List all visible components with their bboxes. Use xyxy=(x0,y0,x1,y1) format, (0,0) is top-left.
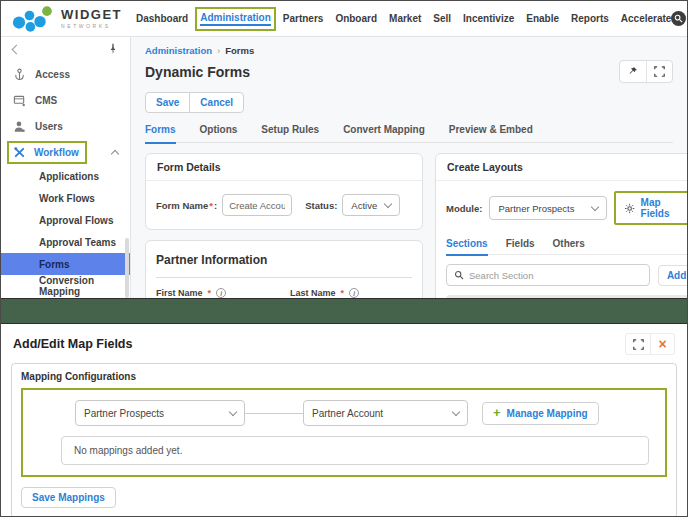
top-navigation-bar: WIDGET NETWORKS Dashboard Administration… xyxy=(1,1,687,37)
plus-icon: + xyxy=(493,408,501,418)
status-value: Active xyxy=(351,200,377,211)
workflow-icon xyxy=(13,146,26,159)
sidebar-item-approval-flows[interactable]: Approval Flows xyxy=(1,209,130,231)
empty-mappings-message: No mappings added yet. xyxy=(61,436,649,465)
sidebar-item-users[interactable]: Users xyxy=(1,113,130,139)
access-icon xyxy=(13,68,26,81)
nav-market[interactable]: Market xyxy=(389,13,421,24)
nav-sell[interactable]: Sell xyxy=(433,13,451,24)
nav-administration[interactable]: Administration xyxy=(200,12,271,26)
chevron-down-icon xyxy=(229,408,237,416)
nav-reports[interactable]: Reports xyxy=(571,13,609,24)
sidebar-scrollbar[interactable] xyxy=(125,238,129,298)
section-search-box xyxy=(446,264,650,286)
tab-preview-embed[interactable]: Preview & Embed xyxy=(449,124,533,142)
create-layouts-card: Create Layouts Module: Partner Prospects… xyxy=(435,153,687,298)
sidebar-item-applications[interactable]: Applications xyxy=(1,165,130,187)
sidebar-item-label: Access xyxy=(35,69,70,80)
sidebar-item-cms[interactable]: CMS xyxy=(1,87,130,113)
source-module-value: Partner Prospects xyxy=(84,408,164,419)
gear-icon xyxy=(624,202,635,215)
sidebar-item-conversion-mapping[interactable]: Conversion Mapping xyxy=(1,275,130,297)
module-select[interactable]: Partner Prospects xyxy=(489,196,607,220)
nav-incentivize[interactable]: Incentivize xyxy=(463,13,514,24)
pin-page-icon[interactable] xyxy=(620,61,646,82)
status-select[interactable]: Active xyxy=(342,194,400,216)
mapping-connector-line xyxy=(245,413,303,414)
modal-title: Add/Edit Map Fields xyxy=(13,337,132,351)
map-fields-label: Map Fields xyxy=(641,197,686,219)
overlay-band xyxy=(1,298,687,324)
partner-information-card: Partner Information First Name*i Last Na… xyxy=(145,240,423,298)
sidebar-item-access[interactable]: Access xyxy=(1,61,130,87)
nav-partners[interactable]: Partners xyxy=(283,13,324,24)
chevron-up-icon xyxy=(111,149,119,157)
tab-sections[interactable]: Sections xyxy=(446,238,488,254)
content-row: Access CMS Users Workflow Applications W… xyxy=(1,37,687,298)
status-label: Status: xyxy=(305,200,337,211)
save-mappings-button[interactable]: Save Mappings xyxy=(21,487,116,508)
chevron-down-icon xyxy=(384,200,392,208)
page-action-group xyxy=(619,60,673,83)
breadcrumb-administration[interactable]: Administration xyxy=(145,45,212,56)
map-fields-button[interactable]: Map Fields xyxy=(614,191,687,225)
first-name-label: First Name*i xyxy=(156,288,278,298)
nav-dashboard[interactable]: Dashboard xyxy=(136,13,188,24)
sidebar-item-label: CMS xyxy=(35,95,57,106)
fullscreen-icon[interactable] xyxy=(646,61,672,82)
mapping-annotation-highlight: Partner Prospects Partner Account + Mana… xyxy=(21,388,667,477)
form-details-title: Form Details xyxy=(146,154,422,181)
modal-fullscreen-icon[interactable] xyxy=(626,334,650,354)
chevron-down-icon xyxy=(452,408,460,416)
manage-mapping-button[interactable]: + Manage Mapping xyxy=(482,402,599,425)
partner-information-title: Partner Information xyxy=(156,253,412,267)
sidebar-item-work-flows[interactable]: Work Flows xyxy=(1,187,130,209)
cms-icon xyxy=(13,94,26,107)
nav-accelerate[interactable]: Accelerate xyxy=(621,13,672,24)
save-button[interactable]: Save xyxy=(145,92,190,113)
sidebar-header xyxy=(1,37,130,61)
manage-mapping-label: Manage Mapping xyxy=(507,408,588,419)
users-icon xyxy=(13,120,26,133)
brand-subtitle: NETWORKS xyxy=(61,23,122,29)
sidebar-item-approval-teams[interactable]: Approval Teams xyxy=(1,231,130,253)
form-name-input[interactable] xyxy=(222,194,292,216)
chevron-down-icon xyxy=(591,203,599,211)
target-module-select[interactable]: Partner Account xyxy=(303,400,468,426)
breadcrumb-separator: › xyxy=(217,45,220,56)
breadcrumb: Administration › Forms xyxy=(145,45,673,56)
last-name-label: Last Name*i xyxy=(290,288,412,298)
sidebar-item-label: Users xyxy=(35,121,63,132)
module-value: Partner Prospects xyxy=(498,203,574,214)
sidebar-pin-icon[interactable] xyxy=(108,40,118,58)
info-icon: i xyxy=(216,288,226,298)
tab-forms[interactable]: Forms xyxy=(145,124,176,142)
sidebar-item-forms[interactable]: Forms xyxy=(1,253,130,275)
layout-tabs: Sections Fields Others xyxy=(446,238,687,255)
search-icon xyxy=(454,270,464,280)
create-layouts-title: Create Layouts xyxy=(436,154,687,181)
modal-close-icon[interactable]: × xyxy=(650,334,674,354)
map-fields-modal: Add/Edit Map Fields × Mapping Configurat… xyxy=(1,324,687,516)
tab-options[interactable]: Options xyxy=(200,124,238,142)
source-module-select[interactable]: Partner Prospects xyxy=(75,400,245,426)
tab-others[interactable]: Others xyxy=(553,238,585,254)
cancel-button[interactable]: Cancel xyxy=(189,92,244,113)
sidebar-item-workflow[interactable]: Workflow xyxy=(1,139,130,165)
nav-onboard[interactable]: Onboard xyxy=(335,13,377,24)
tab-setup-rules[interactable]: Setup Rules xyxy=(261,124,319,142)
tab-convert-mapping[interactable]: Convert Mapping xyxy=(343,124,425,142)
add-section-button[interactable]: Add xyxy=(658,265,687,286)
nav-enable[interactable]: Enable xyxy=(526,13,559,24)
breadcrumb-forms: Forms xyxy=(225,45,254,56)
app-window: WIDGET NETWORKS Dashboard Administration… xyxy=(0,0,688,517)
workflow-annotation-highlight: Workflow xyxy=(7,141,87,164)
tab-fields[interactable]: Fields xyxy=(506,238,535,254)
search-section-input[interactable] xyxy=(469,270,642,281)
sidebar-collapse-icon[interactable] xyxy=(12,44,22,54)
main-tabs: Forms Options Setup Rules Convert Mappin… xyxy=(145,124,673,143)
search-icon[interactable] xyxy=(671,11,686,26)
mapping-configurations-title: Mapping Configurations xyxy=(21,371,667,382)
brand-logo: WIDGET NETWORKS xyxy=(11,5,122,33)
modal-action-group: × xyxy=(625,333,675,355)
